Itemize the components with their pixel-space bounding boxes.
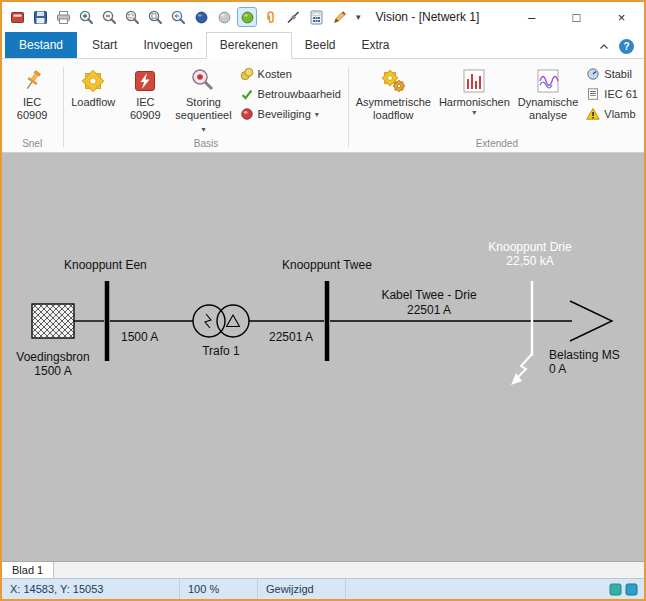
sheet-tab-blad1[interactable]: Blad 1 [2, 562, 54, 578]
gear-icon [79, 65, 107, 96]
kosten-label: Kosten [258, 68, 292, 80]
trafo-symbol[interactable] [193, 305, 249, 337]
app-window: ▾ Vision - [Netwerk 1] – □ × Bestand Sta… [0, 0, 646, 601]
zoom-extents-icon[interactable] [146, 8, 164, 26]
view-green-icon[interactable] [238, 8, 256, 26]
beveiliging-label: Beveiliging [258, 108, 311, 120]
zoom-out-icon[interactable] [100, 8, 118, 26]
cable-icon[interactable] [284, 8, 302, 26]
pin-icon[interactable] [261, 8, 279, 26]
group-separator [348, 67, 349, 147]
group-separator [63, 67, 64, 147]
help-button[interactable]: ? [619, 39, 634, 54]
status-grid-icon[interactable] [609, 583, 622, 596]
asymmetrische-loadflow-button[interactable]: Asymmetrische loadflow [353, 63, 434, 124]
app-icon[interactable] [8, 8, 26, 26]
node-twee-label: Knooppunt Twee [282, 258, 372, 272]
group-label-snel: Snel [3, 137, 61, 152]
zoom-previous-icon[interactable] [169, 8, 187, 26]
iec61-button[interactable]: IEC 61 [583, 86, 641, 102]
view-blue-icon[interactable] [192, 8, 210, 26]
collapse-ribbon-icon[interactable] [598, 41, 610, 53]
zoom-window-icon[interactable] [123, 8, 141, 26]
load-value: 0 A [549, 362, 566, 376]
quick-access-toolbar: ▾ [8, 8, 364, 26]
fault-arrow-icon [511, 354, 532, 385]
network-canvas[interactable]: Knooppunt Een 1500 A Voedingsbron 1500 A… [2, 153, 644, 561]
tab-beeld[interactable]: Beeld [292, 33, 349, 58]
ribbon-group-basis: Loadflow IEC 60909 Storing sequentieel ▾ [65, 62, 347, 152]
iec60909-quick-label: IEC 60909 [8, 96, 56, 122]
gauge-icon [586, 67, 600, 81]
source-label: Voedingsbron [16, 350, 89, 364]
node-twee-value: 22501 A [269, 330, 313, 344]
status-overview-icon[interactable] [625, 583, 638, 596]
kosten-button[interactable]: Kosten [237, 66, 344, 82]
tab-extra[interactable]: Extra [349, 33, 403, 58]
stabiliteit-label: Stabil [604, 68, 632, 80]
source-value: 1500 A [34, 364, 71, 378]
red-orb-icon [240, 107, 254, 121]
ribbon-group-extended: Asymmetrische loadflow Harmonischen ▾ [350, 62, 644, 152]
tab-berekenen[interactable]: Berekenen [206, 32, 292, 59]
save-icon[interactable] [31, 8, 49, 26]
status-state: Gewijzigd [258, 579, 346, 599]
tab-invoegen[interactable]: Invoegen [130, 33, 205, 58]
harmonischen-button[interactable]: Harmonischen ▾ [436, 63, 513, 119]
ribbon-tab-row: Bestand Start Invoegen Berekenen Beeld E… [2, 32, 644, 59]
cable-value: 22501 A [407, 303, 451, 317]
edit-icon[interactable] [330, 8, 348, 26]
asymmetrische-loadflow-label: Asymmetrische loadflow [356, 96, 431, 122]
iec60909-label: IEC 60909 [123, 96, 167, 122]
double-gear-icon [379, 65, 407, 96]
group-label-basis: Basis [66, 137, 346, 152]
view-gray-icon[interactable] [215, 8, 233, 26]
node-drie-label: Knooppunt Drie [488, 240, 572, 254]
node-drie-value: 22,50 kA [506, 254, 553, 268]
harmonischen-label: Harmonischen [439, 96, 510, 108]
calculator-icon[interactable] [307, 8, 325, 26]
storing-sequentieel-button[interactable]: Storing sequentieel ▾ [172, 63, 234, 137]
source-symbol[interactable] [32, 304, 74, 338]
shortcircuit-icon [131, 65, 159, 96]
coins-icon [240, 67, 254, 81]
betrouwbaarheid-label: Betrouwbaarheid [258, 88, 341, 100]
close-button[interactable]: × [599, 2, 644, 32]
qat-menu-button[interactable]: ▾ [353, 12, 364, 22]
iec61-label: IEC 61 [604, 88, 638, 100]
iec60909-quick-button[interactable]: IEC 60909 [5, 63, 59, 124]
group-label-extended: Extended [351, 137, 643, 152]
status-coordinates: X: 14583, Y: 15053 [2, 579, 180, 599]
status-bar: X: 14583, Y: 15053 100 % Gewijzigd [2, 578, 644, 599]
vlambogen-label: Vlamb [604, 108, 635, 120]
checkmark-icon [240, 87, 254, 101]
beveiliging-button[interactable]: Beveiliging ▾ [237, 106, 344, 122]
warning-triangle-icon [586, 107, 600, 121]
dropdown-arrow-icon: ▾ [201, 125, 205, 134]
tab-bestand[interactable]: Bestand [5, 32, 77, 58]
vlambogen-button[interactable]: Vlamb [583, 106, 641, 122]
loadflow-button[interactable]: Loadflow [68, 63, 118, 111]
cable-label: Kabel Twee - Drie [381, 288, 476, 302]
minimize-button[interactable]: – [509, 2, 554, 32]
fault-magnifier-icon [189, 65, 217, 96]
load-symbol[interactable] [570, 301, 612, 341]
pushpin-icon [18, 65, 46, 96]
zoom-in-icon[interactable] [77, 8, 95, 26]
document-icon [586, 87, 600, 101]
stabiliteit-button[interactable]: Stabil [583, 66, 641, 82]
print-icon[interactable] [54, 8, 72, 26]
status-zoom: 100 % [180, 579, 258, 599]
dropdown-arrow-icon: ▾ [439, 109, 510, 117]
ribbon: IEC 60909 Snel Loadflow IEC 60909 [2, 59, 644, 153]
node-een-label: Knooppunt Een [64, 258, 147, 272]
maximize-button[interactable]: □ [554, 2, 599, 32]
betrouwbaarheid-button[interactable]: Betrouwbaarheid [237, 86, 344, 102]
loadflow-label: Loadflow [71, 96, 115, 109]
title-bar: ▾ Vision - [Netwerk 1] – □ × [2, 2, 644, 32]
tab-start[interactable]: Start [79, 33, 130, 58]
iec60909-button[interactable]: IEC 60909 [120, 63, 170, 124]
window-title: Vision - [Netwerk 1] [376, 10, 480, 24]
dynamische-analyse-button[interactable]: Dynamische analyse [515, 63, 582, 124]
node-een-value: 1500 A [121, 330, 158, 344]
